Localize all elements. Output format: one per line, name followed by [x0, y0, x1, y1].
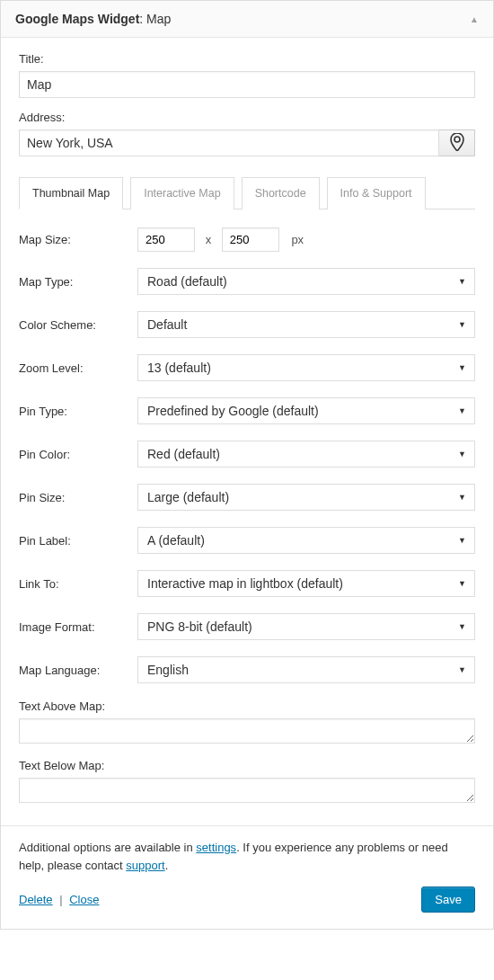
pin-type-select[interactable]: Predefined by Google (default) [137, 397, 475, 424]
pin-color-label: Pin Color: [19, 448, 137, 461]
support-link[interactable]: support [126, 859, 164, 872]
pin-label-label: Pin Label: [19, 534, 137, 548]
size-unit: px [291, 233, 304, 246]
address-locate-button[interactable] [439, 129, 475, 156]
address-label: Address: [19, 111, 475, 124]
link-to-select[interactable]: Interactive map in lightbox (default) [137, 570, 475, 597]
tab-shortcode[interactable]: Shortcode [242, 177, 320, 209]
map-language-label: Map Language: [19, 664, 137, 677]
widget-footer: Additional options are available in sett… [1, 825, 493, 929]
tab-panel-thumbnail: Map Size: x px Map Type: Road (default) … [19, 209, 475, 806]
save-button[interactable]: Save [421, 886, 475, 913]
map-height-input[interactable] [222, 227, 279, 252]
pin-label-select[interactable]: A (default) [137, 527, 475, 554]
map-width-input[interactable] [137, 227, 195, 252]
footer-text: Additional options are available in sett… [19, 839, 475, 874]
map-type-label: Map Type: [19, 275, 137, 289]
color-scheme-select[interactable]: Default [137, 311, 475, 338]
row-zoom: Zoom Level: 13 (default) [19, 354, 475, 381]
widget-title: Google Maps Widget: Map [15, 12, 171, 26]
text-above-block: Text Above Map: [19, 699, 475, 746]
footer-separator: | [59, 893, 62, 906]
image-format-select[interactable]: PNG 8-bit (default) [137, 613, 475, 640]
row-map-size: Map Size: x px [19, 227, 475, 252]
row-link-to: Link To: Interactive map in lightbox (de… [19, 570, 475, 597]
title-label: Title: [19, 52, 475, 66]
row-image-format: Image Format: PNG 8-bit (default) [19, 613, 475, 640]
tabs: Thumbnail Map Interactive Map Shortcode … [19, 176, 475, 209]
tab-info-support[interactable]: Info & Support [327, 177, 426, 209]
pin-color-select[interactable]: Red (default) [137, 441, 475, 468]
pin-size-select[interactable]: Large (default) [137, 484, 475, 511]
text-above-textarea[interactable] [19, 718, 475, 744]
widget-body: Title: Address: Thumbnail Map Interactiv… [1, 38, 493, 825]
zoom-label: Zoom Level: [19, 361, 137, 375]
footer-actions: Delete | Close Save [19, 886, 475, 913]
row-pin-label: Pin Label: A (default) [19, 527, 475, 554]
close-link[interactable]: Close [69, 893, 99, 906]
address-input[interactable] [19, 129, 439, 156]
title-input[interactable] [19, 71, 475, 98]
map-language-select[interactable]: English [137, 656, 475, 683]
footer-links: Delete | Close [19, 893, 99, 906]
tab-thumbnail-map[interactable]: Thumbnail Map [19, 177, 123, 209]
title-field-block: Title: [19, 52, 475, 98]
settings-link[interactable]: settings [196, 841, 236, 854]
pin-icon [450, 133, 464, 154]
widget-container: Google Maps Widget: Map ▲ Title: Address… [0, 0, 494, 930]
text-below-textarea[interactable] [19, 778, 475, 803]
widget-name: Google Maps Widget [15, 12, 139, 26]
pin-size-label: Pin Size: [19, 491, 137, 504]
link-to-label: Link To: [19, 577, 137, 591]
row-pin-color: Pin Color: Red (default) [19, 441, 475, 468]
text-above-label: Text Above Map: [19, 699, 475, 713]
pin-type-label: Pin Type: [19, 405, 137, 418]
delete-link[interactable]: Delete [19, 893, 53, 906]
row-map-language: Map Language: English [19, 656, 475, 683]
row-map-type: Map Type: Road (default) [19, 268, 475, 295]
color-scheme-label: Color Scheme: [19, 318, 137, 332]
row-pin-type: Pin Type: Predefined by Google (default) [19, 397, 475, 424]
address-field-block: Address: [19, 111, 475, 156]
map-type-select[interactable]: Road (default) [137, 268, 475, 295]
tab-interactive-map[interactable]: Interactive Map [130, 177, 234, 209]
text-below-label: Text Below Map: [19, 759, 475, 772]
widget-header: Google Maps Widget: Map ▲ [1, 0, 493, 38]
widget-instance: Map [146, 12, 171, 26]
image-format-label: Image Format: [19, 620, 137, 634]
zoom-select[interactable]: 13 (default) [137, 354, 475, 381]
text-below-block: Text Below Map: [19, 759, 475, 806]
row-color-scheme: Color Scheme: Default [19, 311, 475, 338]
map-size-label: Map Size: [19, 233, 137, 246]
size-separator: x [206, 233, 212, 246]
collapse-icon[interactable]: ▲ [470, 14, 479, 24]
row-pin-size: Pin Size: Large (default) [19, 484, 475, 511]
